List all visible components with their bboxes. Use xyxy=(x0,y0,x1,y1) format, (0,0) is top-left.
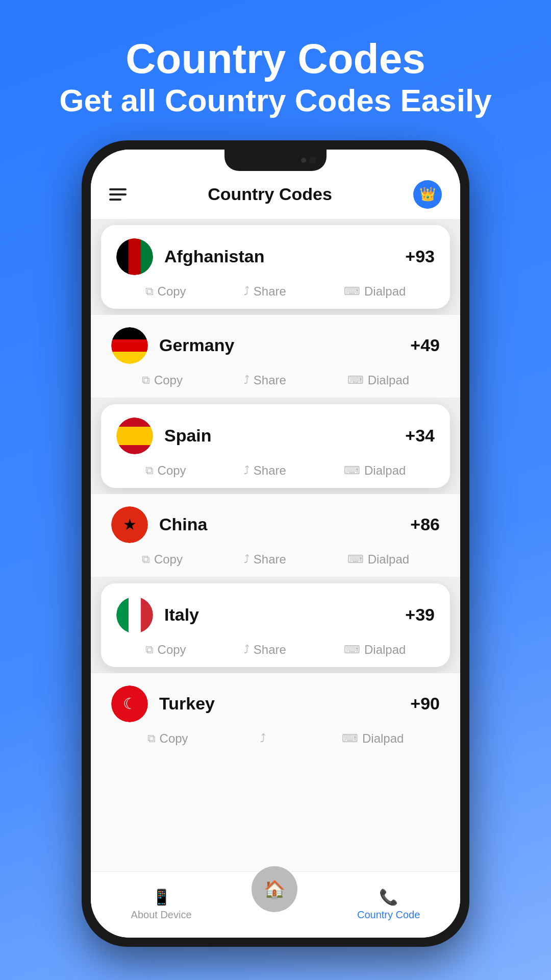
menu-line-1 xyxy=(109,188,127,190)
flag-italy xyxy=(116,597,153,633)
home-fab-button[interactable]: 🏠 xyxy=(252,866,297,912)
action-row-china: ⧉ Copy ⤴ Share ⌨ Dialpad xyxy=(111,552,440,567)
flag-china: ★ xyxy=(111,506,148,543)
copy-button-china[interactable]: ⧉ Copy xyxy=(142,552,183,567)
menu-line-2 xyxy=(109,193,127,195)
country-list: Afghanistan +93 ⧉ Copy ⤴ Share ⌨ D xyxy=(91,219,460,871)
copy-label-de: Copy xyxy=(154,373,183,387)
crown-button[interactable]: 👑 xyxy=(413,180,442,209)
country-name-afghanistan: Afghanistan xyxy=(164,247,264,266)
country-code-spain: +34 xyxy=(405,426,435,446)
share-icon-cn: ⤴ xyxy=(244,553,249,566)
country-code-nav-label: Country Code xyxy=(357,909,420,921)
country-row-germany: Germany +49 xyxy=(111,327,440,364)
share-button-afghanistan[interactable]: ⤴ Share xyxy=(244,284,286,299)
share-label-cn: Share xyxy=(254,552,286,567)
menu-line-3 xyxy=(109,199,121,201)
dialpad-button-china[interactable]: ⌨ Dialpad xyxy=(347,552,409,567)
action-row-turkey: ⧉ Copy ⤴ ⌨ Dialpad xyxy=(111,731,440,746)
home-icon: 🏠 xyxy=(264,879,285,899)
copy-button-turkey[interactable]: ⧉ Copy xyxy=(147,731,188,746)
dialpad-icon-it: ⌨ xyxy=(344,643,360,656)
share-icon: ⤴ xyxy=(244,285,249,298)
copy-button-germany[interactable]: ⧉ Copy xyxy=(142,373,183,387)
dialpad-label-de: Dialpad xyxy=(368,373,409,387)
country-code-afghanistan: +93 xyxy=(405,247,435,266)
share-button-spain[interactable]: ⤴ Share xyxy=(244,463,286,478)
share-icon-it: ⤴ xyxy=(244,643,249,656)
country-row-afghanistan: Afghanistan +93 xyxy=(116,238,435,275)
country-name-germany: Germany xyxy=(159,335,234,355)
country-name-spain: Spain xyxy=(164,426,212,446)
nav-about-device[interactable]: 📱 About Device xyxy=(131,888,192,921)
country-card-china: ★ China +86 ⧉ Copy ⤴ Share xyxy=(91,494,460,577)
nav-country-code[interactable]: 📞 Country Code xyxy=(357,888,420,921)
action-row-afghanistan: ⧉ Copy ⤴ Share ⌨ Dialpad xyxy=(116,284,435,299)
dialpad-button-italy[interactable]: ⌨ Dialpad xyxy=(344,643,406,657)
action-row-spain: ⧉ Copy ⤴ Share ⌨ Dialpad xyxy=(116,463,435,478)
dialpad-button-turkey[interactable]: ⌨ Dialpad xyxy=(342,731,404,746)
app-header: Country Codes Get all Country Codes Easi… xyxy=(59,36,492,120)
country-row-turkey: ☾ Turkey +90 xyxy=(111,685,440,722)
copy-label-tr: Copy xyxy=(160,731,188,746)
share-button-china[interactable]: ⤴ Share xyxy=(244,552,286,567)
country-row-italy: Italy +39 xyxy=(116,597,435,633)
copy-icon-tr: ⧉ xyxy=(147,732,156,745)
menu-icon[interactable] xyxy=(109,188,127,201)
country-name-china: China xyxy=(159,514,207,534)
share-icon-es: ⤴ xyxy=(244,464,249,477)
flag-spain xyxy=(116,418,153,454)
country-card-afghanistan: Afghanistan +93 ⧉ Copy ⤴ Share ⌨ D xyxy=(101,225,450,309)
app-title: Country Codes xyxy=(208,184,332,204)
copy-icon-de: ⧉ xyxy=(142,374,150,387)
country-code-nav-icon: 📞 xyxy=(379,888,398,906)
copy-label-cn: Copy xyxy=(154,552,183,567)
share-label-de: Share xyxy=(254,373,286,387)
dialpad-label-cn: Dialpad xyxy=(368,552,409,567)
share-button-turkey[interactable]: ⤴ xyxy=(260,732,270,745)
share-button-italy[interactable]: ⤴ Share xyxy=(244,643,286,657)
country-code-italy: +39 xyxy=(405,605,435,625)
action-row-germany: ⧉ Copy ⤴ Share ⌨ Dialpad xyxy=(111,373,440,387)
star-icon-china: ★ xyxy=(123,516,137,533)
country-code-germany: +49 xyxy=(410,335,440,355)
notch-sensor xyxy=(301,158,306,163)
phone-notch xyxy=(224,150,327,171)
copy-icon-it: ⧉ xyxy=(145,643,154,656)
phone-frame: Country Codes 👑 xyxy=(82,140,469,947)
dialpad-label: Dialpad xyxy=(364,284,406,299)
dialpad-icon-cn: ⌨ xyxy=(347,553,364,566)
copy-label-es: Copy xyxy=(158,463,186,478)
country-card-italy: Italy +39 ⧉ Copy ⤴ Share ⌨ Dialpad xyxy=(101,583,450,667)
about-device-label: About Device xyxy=(131,909,192,921)
dialpad-label-it: Dialpad xyxy=(364,643,406,657)
flag-turkey: ☾ xyxy=(111,685,148,722)
copy-button-italy[interactable]: ⧉ Copy xyxy=(145,643,186,657)
country-card-spain: Spain +34 ⧉ Copy ⤴ Share ⌨ Dialpad xyxy=(101,404,450,488)
dialpad-label-tr: Dialpad xyxy=(362,731,404,746)
dialpad-button-germany[interactable]: ⌨ Dialpad xyxy=(347,373,409,387)
flag-germany xyxy=(111,327,148,364)
share-icon-de: ⤴ xyxy=(244,374,249,387)
phone-screen: Country Codes 👑 xyxy=(91,150,460,938)
copy-button-afghanistan[interactable]: ⧉ Copy xyxy=(145,284,186,299)
country-name-turkey: Turkey xyxy=(159,694,215,714)
country-card-germany: Germany +49 ⧉ Copy ⤴ Share ⌨ Dialp xyxy=(91,315,460,398)
country-code-turkey: +90 xyxy=(410,694,440,714)
header-title: Country Codes xyxy=(59,36,492,82)
dialpad-icon-de: ⌨ xyxy=(347,374,364,387)
copy-button-spain[interactable]: ⧉ Copy xyxy=(145,463,186,478)
action-row-italy: ⧉ Copy ⤴ Share ⌨ Dialpad xyxy=(116,643,435,657)
share-label: Share xyxy=(254,284,286,299)
crescent-icon-turkey: ☾ xyxy=(123,695,137,713)
dialpad-icon: ⌨ xyxy=(344,285,360,298)
share-button-germany[interactable]: ⤴ Share xyxy=(244,373,286,387)
dialpad-button-afghanistan[interactable]: ⌨ Dialpad xyxy=(344,284,406,299)
header-subtitle: Get all Country Codes Easily xyxy=(59,82,492,119)
copy-icon: ⧉ xyxy=(145,285,154,298)
dialpad-button-spain[interactable]: ⌨ Dialpad xyxy=(344,463,406,478)
about-device-icon: 📱 xyxy=(152,888,171,906)
crown-icon: 👑 xyxy=(419,186,436,202)
copy-label: Copy xyxy=(158,284,186,299)
dialpad-icon-es: ⌨ xyxy=(344,464,360,477)
